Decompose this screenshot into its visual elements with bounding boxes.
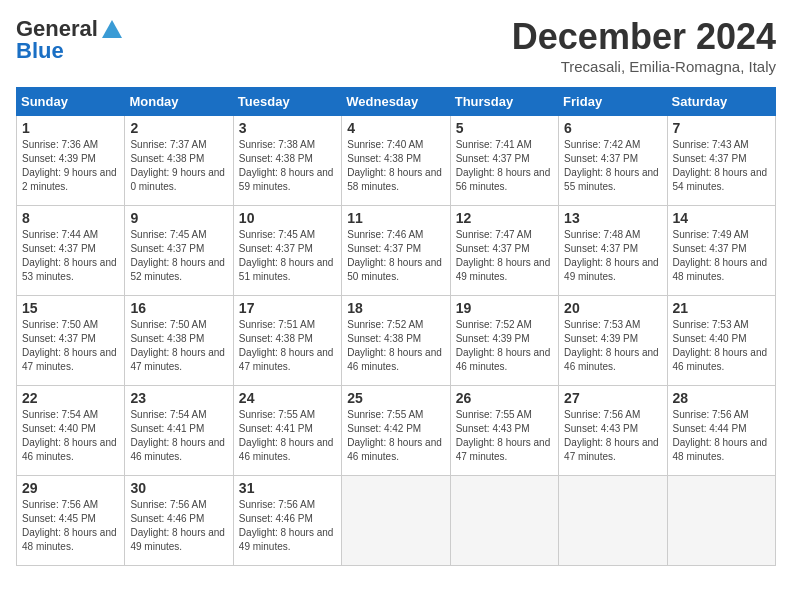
logo: General Blue — [16, 16, 122, 64]
day-number: 16 — [130, 300, 227, 316]
calendar-cell: 21Sunrise: 7:53 AMSunset: 4:40 PMDayligh… — [667, 296, 775, 386]
cell-info: Sunrise: 7:56 AMSunset: 4:46 PMDaylight:… — [239, 498, 336, 554]
calendar-cell: 4Sunrise: 7:40 AMSunset: 4:38 PMDaylight… — [342, 116, 450, 206]
day-number: 18 — [347, 300, 444, 316]
cell-info: Sunrise: 7:54 AMSunset: 4:41 PMDaylight:… — [130, 408, 227, 464]
calendar-cell: 8Sunrise: 7:44 AMSunset: 4:37 PMDaylight… — [17, 206, 125, 296]
calendar-cell: 3Sunrise: 7:38 AMSunset: 4:38 PMDaylight… — [233, 116, 341, 206]
cell-info: Sunrise: 7:44 AMSunset: 4:37 PMDaylight:… — [22, 228, 119, 284]
cell-info: Sunrise: 7:42 AMSunset: 4:37 PMDaylight:… — [564, 138, 661, 194]
weekday-header-friday: Friday — [559, 88, 667, 116]
weekday-header-monday: Monday — [125, 88, 233, 116]
cell-info: Sunrise: 7:52 AMSunset: 4:38 PMDaylight:… — [347, 318, 444, 374]
day-number: 6 — [564, 120, 661, 136]
calendar-cell: 12Sunrise: 7:47 AMSunset: 4:37 PMDayligh… — [450, 206, 558, 296]
calendar-header-row: SundayMondayTuesdayWednesdayThursdayFrid… — [17, 88, 776, 116]
cell-info: Sunrise: 7:56 AMSunset: 4:44 PMDaylight:… — [673, 408, 770, 464]
week-row-2: 8Sunrise: 7:44 AMSunset: 4:37 PMDaylight… — [17, 206, 776, 296]
day-number: 19 — [456, 300, 553, 316]
week-row-4: 22Sunrise: 7:54 AMSunset: 4:40 PMDayligh… — [17, 386, 776, 476]
day-number: 14 — [673, 210, 770, 226]
cell-info: Sunrise: 7:53 AMSunset: 4:39 PMDaylight:… — [564, 318, 661, 374]
day-number: 22 — [22, 390, 119, 406]
cell-info: Sunrise: 7:55 AMSunset: 4:42 PMDaylight:… — [347, 408, 444, 464]
logo-blue: Blue — [16, 38, 64, 64]
cell-info: Sunrise: 7:56 AMSunset: 4:46 PMDaylight:… — [130, 498, 227, 554]
day-number: 29 — [22, 480, 119, 496]
day-number: 31 — [239, 480, 336, 496]
cell-info: Sunrise: 7:40 AMSunset: 4:38 PMDaylight:… — [347, 138, 444, 194]
day-number: 10 — [239, 210, 336, 226]
day-number: 24 — [239, 390, 336, 406]
week-row-5: 29Sunrise: 7:56 AMSunset: 4:45 PMDayligh… — [17, 476, 776, 566]
month-title: December 2024 — [512, 16, 776, 58]
calendar-cell — [450, 476, 558, 566]
cell-info: Sunrise: 7:52 AMSunset: 4:39 PMDaylight:… — [456, 318, 553, 374]
day-number: 21 — [673, 300, 770, 316]
day-number: 9 — [130, 210, 227, 226]
calendar-cell: 19Sunrise: 7:52 AMSunset: 4:39 PMDayligh… — [450, 296, 558, 386]
calendar-cell: 30Sunrise: 7:56 AMSunset: 4:46 PMDayligh… — [125, 476, 233, 566]
cell-info: Sunrise: 7:55 AMSunset: 4:41 PMDaylight:… — [239, 408, 336, 464]
cell-info: Sunrise: 7:41 AMSunset: 4:37 PMDaylight:… — [456, 138, 553, 194]
calendar-cell: 22Sunrise: 7:54 AMSunset: 4:40 PMDayligh… — [17, 386, 125, 476]
calendar-cell: 24Sunrise: 7:55 AMSunset: 4:41 PMDayligh… — [233, 386, 341, 476]
cell-info: Sunrise: 7:43 AMSunset: 4:37 PMDaylight:… — [673, 138, 770, 194]
calendar-cell: 29Sunrise: 7:56 AMSunset: 4:45 PMDayligh… — [17, 476, 125, 566]
day-number: 8 — [22, 210, 119, 226]
weekday-header-wednesday: Wednesday — [342, 88, 450, 116]
day-number: 17 — [239, 300, 336, 316]
weekday-header-sunday: Sunday — [17, 88, 125, 116]
calendar-table: SundayMondayTuesdayWednesdayThursdayFrid… — [16, 87, 776, 566]
cell-info: Sunrise: 7:37 AMSunset: 4:38 PMDaylight:… — [130, 138, 227, 194]
calendar-cell: 9Sunrise: 7:45 AMSunset: 4:37 PMDaylight… — [125, 206, 233, 296]
cell-info: Sunrise: 7:50 AMSunset: 4:38 PMDaylight:… — [130, 318, 227, 374]
cell-info: Sunrise: 7:56 AMSunset: 4:43 PMDaylight:… — [564, 408, 661, 464]
weekday-header-saturday: Saturday — [667, 88, 775, 116]
day-number: 7 — [673, 120, 770, 136]
day-number: 4 — [347, 120, 444, 136]
cell-info: Sunrise: 7:46 AMSunset: 4:37 PMDaylight:… — [347, 228, 444, 284]
day-number: 11 — [347, 210, 444, 226]
cell-info: Sunrise: 7:53 AMSunset: 4:40 PMDaylight:… — [673, 318, 770, 374]
day-number: 5 — [456, 120, 553, 136]
calendar-cell: 2Sunrise: 7:37 AMSunset: 4:38 PMDaylight… — [125, 116, 233, 206]
cell-info: Sunrise: 7:51 AMSunset: 4:38 PMDaylight:… — [239, 318, 336, 374]
calendar-cell: 17Sunrise: 7:51 AMSunset: 4:38 PMDayligh… — [233, 296, 341, 386]
day-number: 27 — [564, 390, 661, 406]
calendar-body: 1Sunrise: 7:36 AMSunset: 4:39 PMDaylight… — [17, 116, 776, 566]
calendar-cell: 14Sunrise: 7:49 AMSunset: 4:37 PMDayligh… — [667, 206, 775, 296]
cell-info: Sunrise: 7:56 AMSunset: 4:45 PMDaylight:… — [22, 498, 119, 554]
calendar-cell: 15Sunrise: 7:50 AMSunset: 4:37 PMDayligh… — [17, 296, 125, 386]
cell-info: Sunrise: 7:45 AMSunset: 4:37 PMDaylight:… — [130, 228, 227, 284]
day-number: 13 — [564, 210, 661, 226]
cell-info: Sunrise: 7:36 AMSunset: 4:39 PMDaylight:… — [22, 138, 119, 194]
calendar-cell — [667, 476, 775, 566]
calendar-cell: 6Sunrise: 7:42 AMSunset: 4:37 PMDaylight… — [559, 116, 667, 206]
cell-info: Sunrise: 7:38 AMSunset: 4:38 PMDaylight:… — [239, 138, 336, 194]
cell-info: Sunrise: 7:48 AMSunset: 4:37 PMDaylight:… — [564, 228, 661, 284]
day-number: 28 — [673, 390, 770, 406]
day-number: 25 — [347, 390, 444, 406]
day-number: 3 — [239, 120, 336, 136]
weekday-header-tuesday: Tuesday — [233, 88, 341, 116]
calendar-cell: 20Sunrise: 7:53 AMSunset: 4:39 PMDayligh… — [559, 296, 667, 386]
cell-info: Sunrise: 7:47 AMSunset: 4:37 PMDaylight:… — [456, 228, 553, 284]
calendar-cell: 27Sunrise: 7:56 AMSunset: 4:43 PMDayligh… — [559, 386, 667, 476]
cell-info: Sunrise: 7:50 AMSunset: 4:37 PMDaylight:… — [22, 318, 119, 374]
calendar-cell: 23Sunrise: 7:54 AMSunset: 4:41 PMDayligh… — [125, 386, 233, 476]
cell-info: Sunrise: 7:45 AMSunset: 4:37 PMDaylight:… — [239, 228, 336, 284]
cell-info: Sunrise: 7:54 AMSunset: 4:40 PMDaylight:… — [22, 408, 119, 464]
calendar-cell: 18Sunrise: 7:52 AMSunset: 4:38 PMDayligh… — [342, 296, 450, 386]
logo-icon — [102, 20, 122, 38]
calendar-cell: 25Sunrise: 7:55 AMSunset: 4:42 PMDayligh… — [342, 386, 450, 476]
calendar-cell: 26Sunrise: 7:55 AMSunset: 4:43 PMDayligh… — [450, 386, 558, 476]
calendar-cell: 1Sunrise: 7:36 AMSunset: 4:39 PMDaylight… — [17, 116, 125, 206]
calendar-cell: 5Sunrise: 7:41 AMSunset: 4:37 PMDaylight… — [450, 116, 558, 206]
calendar-cell: 28Sunrise: 7:56 AMSunset: 4:44 PMDayligh… — [667, 386, 775, 476]
calendar-cell — [342, 476, 450, 566]
cell-info: Sunrise: 7:49 AMSunset: 4:37 PMDaylight:… — [673, 228, 770, 284]
calendar-cell: 10Sunrise: 7:45 AMSunset: 4:37 PMDayligh… — [233, 206, 341, 296]
day-number: 12 — [456, 210, 553, 226]
calendar-cell: 16Sunrise: 7:50 AMSunset: 4:38 PMDayligh… — [125, 296, 233, 386]
